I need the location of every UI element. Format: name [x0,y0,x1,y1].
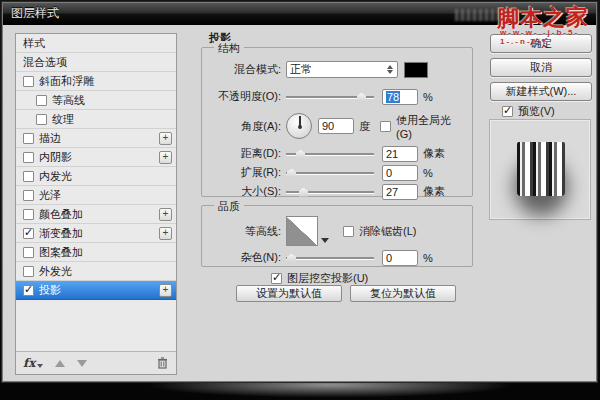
spread-slider-thumb[interactable] [286,168,297,179]
noise-slider[interactable] [286,252,374,264]
sidebar-item-label: 内阴影 [39,150,159,165]
layer-knockout-label: 图层挖空投影(U) [287,271,368,286]
checkbox[interactable] [23,247,34,258]
checkbox[interactable] [23,171,34,182]
size-slider[interactable] [286,186,374,198]
opacity-input[interactable]: 78 [382,89,418,105]
spread-slider[interactable] [286,167,374,179]
sidebar-item-stroke[interactable]: 描边 + [16,129,176,148]
antialias-checkbox[interactable]: 消除锯齿(L) [343,224,416,239]
checkbox [380,121,391,132]
checkbox[interactable] [36,95,47,106]
sidebar-item-label: 光泽 [39,188,172,203]
antialias-label: 消除锯齿(L) [359,224,416,239]
sidebar-item-label: 纹理 [52,112,172,127]
sidebar-item-contour[interactable]: 等高线 [16,91,176,110]
opacity-slider[interactable] [286,91,374,103]
angle-unit: 度 [359,119,370,134]
size-slider-thumb[interactable] [298,187,309,198]
preview-checkbox[interactable]: 预览(V) [502,104,555,119]
quality-legend: 品质 [214,199,244,214]
add-effect-button[interactable]: + [159,151,172,164]
contour-dropdown-arrow-icon [321,238,329,243]
fx-menu-button[interactable]: fx [23,356,43,370]
illegible-watermark [455,9,499,21]
dialog-title: 图层样式 [11,5,59,22]
distance-slider[interactable] [286,148,374,160]
distance-label: 距离(D): [210,146,286,161]
sidebar-item-label: 斜面和浮雕 [39,74,172,89]
style-list-panel: 样式 混合选项 斜面和浮雕 等高线 纹理 描边 + [15,33,177,375]
new-style-button[interactable]: 新建样式(W)... [490,82,592,101]
blend-mode-value: 正常 [290,62,312,77]
add-effect-button[interactable]: + [159,227,172,240]
use-global-light-checkbox[interactable]: 使用全局光(G) [380,113,464,140]
checkbox[interactable] [36,114,47,125]
sidebar-item-label: 样式 [23,36,172,51]
use-global-light-label: 使用全局光(G) [396,113,464,140]
dropdown-stepper-icon [384,63,395,76]
cancel-button[interactable]: 取消 [490,58,592,77]
distance-unit: 像素 [423,146,445,161]
sidebar-item-label: 颜色叠加 [39,207,159,222]
preview-label: 预览(V) [518,104,555,119]
sidebar-item-label: 图案叠加 [39,245,172,260]
sidebar-item-label: 等高线 [52,93,172,108]
checkbox[interactable] [23,76,34,87]
noise-unit: % [423,252,433,264]
contour-thumbnail[interactable] [286,216,318,246]
make-default-button[interactable]: 设置为默认值 [236,285,342,302]
checkbox-checked [271,273,282,284]
layer-knockout-checkbox[interactable]: 图层挖空投影(U) [271,271,368,286]
angle-dial[interactable] [286,113,312,139]
sidebar-item-label: 投影 [39,283,159,298]
sidebar-item-satin[interactable]: 光泽 [16,186,176,205]
sidebar-item-label: 渐变叠加 [39,226,159,241]
shadow-color-swatch[interactable] [404,62,428,78]
sidebar-item-inner-shadow[interactable]: 内阴影 + [16,148,176,167]
sidebar-item-texture[interactable]: 纹理 [16,110,176,129]
checkbox[interactable] [23,133,34,144]
angle-input[interactable]: 90 [318,118,354,134]
reset-default-button[interactable]: 复位为默认值 [350,285,456,302]
sidebar-item-label: 描边 [39,131,159,146]
contour-picker[interactable] [286,216,329,246]
checkbox-checked[interactable] [23,228,34,239]
add-effect-button[interactable]: + [159,132,172,145]
checkbox-checked[interactable] [23,285,34,296]
size-unit: 像素 [423,184,445,199]
structure-legend: 结构 [214,41,244,56]
size-input[interactable]: 27 [382,184,418,200]
checkbox[interactable] [23,190,34,201]
structure-group: 结构 混合模式: 正常 不透明度(O): 78 % 角度(A): 9 [201,47,473,197]
add-effect-button[interactable]: + [159,284,172,297]
sidebar-item-drop-shadow[interactable]: 投影 + [16,281,176,300]
opacity-slider-thumb[interactable] [356,92,367,103]
add-effect-button[interactable]: + [159,208,172,221]
sidebar-item-gradient-overlay[interactable]: 渐变叠加 + [16,224,176,243]
noise-slider-thumb[interactable] [286,253,297,264]
blend-mode-select[interactable]: 正常 [286,61,398,78]
checkbox[interactable] [23,266,34,277]
checkbox[interactable] [23,209,34,220]
sidebar-item-bevel-emboss[interactable]: 斜面和浮雕 [16,72,176,91]
checkbox[interactable] [23,152,34,163]
sidebar-item-blending-options[interactable]: 混合选项 [16,53,176,72]
fx-menu-arrow-icon [37,364,43,368]
sidebar-item-pattern-overlay[interactable]: 图案叠加 [16,243,176,262]
move-effect-down-button[interactable] [77,360,87,367]
noise-input[interactable]: 0 [382,250,418,266]
checkbox-checked [502,106,513,117]
sidebar-item-inner-glow[interactable]: 内发光 [16,167,176,186]
sidebar-item-styles[interactable]: 样式 [16,34,176,53]
sidebar-item-outer-glow[interactable]: 外发光 [16,262,176,281]
distance-slider-thumb[interactable] [295,149,306,160]
distance-input[interactable]: 21 [382,146,418,162]
sidebar-item-color-overlay[interactable]: 颜色叠加 + [16,205,176,224]
delete-effect-button[interactable] [156,356,169,371]
layer-style-dialog: 图层样式 样式 混合选项 斜面和浮雕 等高线 纹理 [2,2,597,382]
noise-label: 杂色(N): [210,250,286,265]
spread-input[interactable]: 0 [382,165,418,181]
move-effect-up-button[interactable] [55,360,65,367]
preview-thumbnail [489,119,591,220]
